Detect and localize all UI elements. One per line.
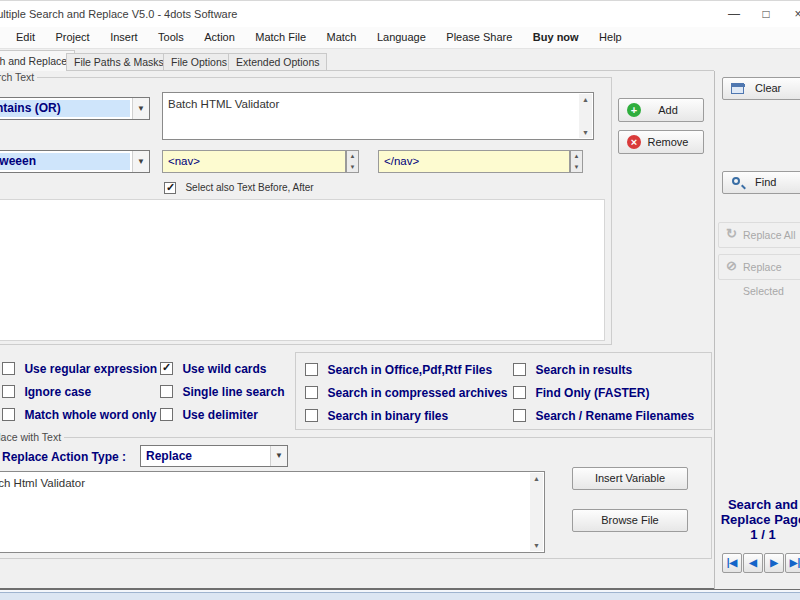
replace-all-label: Replace All [719, 223, 800, 247]
page-indicator-line3: 1 / 1 [716, 527, 800, 542]
menu-project[interactable]: Project [47, 27, 97, 48]
browse-file-button[interactable]: Browse File [572, 509, 688, 532]
replace-all-button[interactable]: ↻ Replace All [718, 222, 800, 248]
match-whole-word-checkbox[interactable] [2, 408, 15, 421]
chevron-down-icon[interactable]: ▼ [132, 151, 149, 172]
rename-filenames-row[interactable]: Search / Rename Filenames [513, 406, 694, 422]
match-whole-word-row[interactable]: Match whole word only [2, 405, 156, 421]
spin-up-icon[interactable]: ▲ [347, 151, 358, 161]
add-button[interactable]: + Add [618, 98, 704, 122]
find-only-row[interactable]: Find Only (FASTER) [513, 383, 649, 399]
search-terms-list[interactable] [0, 199, 605, 341]
search-in-results-checkbox[interactable] [513, 363, 526, 376]
search-in-results-row[interactable]: Search in results [513, 360, 632, 376]
replace-selected-button[interactable]: ⊘ Replace Selected [718, 254, 800, 280]
menu-insert[interactable]: Insert [102, 27, 146, 48]
single-line-search-label: Single line search [182, 385, 284, 399]
find-button-label: Find [755, 172, 776, 193]
menu-match-file[interactable]: Match File [247, 27, 314, 48]
clear-icon [731, 83, 744, 94]
use-regular-expression-checkbox[interactable] [2, 362, 15, 375]
search-text-scrollbar[interactable]: ▲ ▼ [579, 94, 592, 138]
search-compressed-checkbox[interactable] [305, 386, 318, 399]
menu-help[interactable]: Help [591, 27, 630, 48]
insert-variable-button[interactable]: Insert Variable [572, 467, 688, 490]
search-binary-checkbox[interactable] [305, 409, 318, 422]
menu-tools[interactable]: Tools [150, 27, 192, 48]
menu-action[interactable]: Action [196, 27, 243, 48]
nav-next-button[interactable]: ▶ [764, 553, 784, 573]
insert-variable-label: Insert Variable [573, 468, 687, 489]
page-indicator: Search and Replace Page 1 / 1 [716, 497, 800, 542]
find-button[interactable]: Find [722, 171, 800, 194]
search-compressed-row[interactable]: Search in compressed archives [305, 383, 508, 399]
window-title: Multiple Search and Replace V5.0 - 4dots… [0, 1, 237, 27]
single-line-search-checkbox[interactable] [160, 385, 173, 398]
nav-previous-button[interactable]: ◀ [743, 553, 763, 573]
add-button-label: Add [619, 99, 703, 121]
spin-down-icon[interactable]: ▼ [571, 162, 582, 172]
tab-extended-options[interactable]: Extended Options [228, 53, 327, 71]
find-only-checkbox[interactable] [513, 386, 526, 399]
next-page-icon: ▶ [770, 557, 778, 568]
chevron-down-icon[interactable]: ▼ [132, 98, 149, 119]
ignore-case-checkbox[interactable] [2, 385, 15, 398]
tab-file-options[interactable]: File Options [163, 53, 235, 71]
menu-match[interactable]: Match [318, 27, 364, 48]
menu-buy-now[interactable]: Buy now [525, 27, 587, 48]
between-to-spinner[interactable]: ▲ ▼ [570, 150, 583, 173]
spin-up-icon[interactable]: ▲ [571, 151, 582, 161]
between-from-spinner[interactable]: ▲ ▼ [346, 150, 359, 173]
app-window: Multiple Search and Replace V5.0 - 4dots… [0, 0, 800, 590]
single-line-search-row[interactable]: Single line search [160, 382, 285, 398]
maximize-button[interactable]: □ [750, 1, 782, 27]
last-page-icon: ▶| [790, 557, 800, 568]
use-wild-cards-checkbox[interactable] [160, 362, 173, 375]
nav-last-button[interactable]: ▶| [785, 553, 800, 573]
search-text-area[interactable]: Batch HTML Validator ▲ ▼ [162, 92, 594, 140]
use-regular-expression-row[interactable]: Use regular expression [2, 359, 157, 375]
scroll-down-icon[interactable]: ▼ [579, 127, 592, 138]
match-type-value: Contains (OR) [0, 101, 61, 115]
use-delimiter-checkbox[interactable] [160, 408, 173, 421]
menu-edit[interactable]: Edit [8, 27, 43, 48]
spin-down-icon[interactable]: ▼ [347, 162, 358, 172]
replace-text-scrollbar[interactable]: ▲ ▼ [530, 473, 543, 551]
menu-please-share[interactable]: Please Share [438, 27, 520, 48]
tab-search-and-replace[interactable]: Search and Replace [0, 50, 75, 71]
previous-page-icon: ◀ [749, 557, 757, 568]
nav-first-button[interactable]: |◀ [722, 553, 742, 573]
rename-filenames-checkbox[interactable] [513, 409, 526, 422]
find-only-label: Find Only (FASTER) [535, 386, 649, 400]
search-office-label: Search in Office,Pdf,Rtf Files [327, 363, 492, 377]
menu-language[interactable]: Language [369, 27, 434, 48]
scroll-up-icon[interactable]: ▲ [579, 94, 592, 105]
search-office-checkbox[interactable] [305, 363, 318, 376]
clear-button[interactable]: Clear [722, 77, 800, 100]
search-binary-row[interactable]: Search in binary files [305, 406, 448, 422]
select-also-checkbox-row[interactable]: Select also Text Before, After [164, 178, 314, 194]
replace-action-type-combo[interactable]: Replace ▼ [140, 445, 288, 467]
match-type-combo[interactable]: Contains (OR) ▼ [0, 97, 150, 120]
scroll-up-icon[interactable]: ▲ [530, 473, 543, 484]
close-button[interactable]: × [782, 1, 800, 27]
tab-file-paths-masks[interactable]: File Paths & Masks [66, 53, 172, 71]
scroll-down-icon[interactable]: ▼ [530, 540, 543, 551]
between-from-field[interactable]: <nav> [162, 150, 346, 173]
between-combo[interactable]: Betweeen ▼ [0, 150, 150, 173]
remove-button[interactable]: × Remove [618, 130, 704, 154]
replace-selected-label: Replace Selected [719, 255, 800, 303]
search-office-row[interactable]: Search in Office,Pdf,Rtf Files [305, 360, 492, 376]
replace-action-type-label: Replace Action Type : [2, 450, 126, 464]
replace-text-area[interactable]: Batch Html Validator ▲ ▼ [0, 471, 545, 553]
between-to-field[interactable]: </nav> [378, 150, 570, 173]
search-in-results-label: Search in results [535, 363, 632, 377]
ignore-case-row[interactable]: Ignore case [2, 382, 91, 398]
screen: Multiple Search and Replace V5.0 - 4dots… [0, 0, 800, 600]
minimize-button[interactable]: — [718, 1, 750, 27]
use-wild-cards-row[interactable]: Use wild cards [160, 359, 267, 375]
search-compressed-label: Search in compressed archives [327, 386, 507, 400]
select-also-checkbox[interactable] [164, 182, 176, 194]
use-delimiter-row[interactable]: Use delimiter [160, 405, 258, 421]
chevron-down-icon[interactable]: ▼ [270, 446, 287, 466]
